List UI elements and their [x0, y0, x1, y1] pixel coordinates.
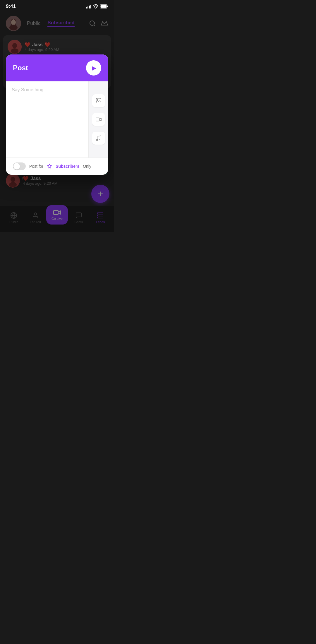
text-area-container[interactable]: Say Something...: [6, 81, 88, 157]
media-sidebar: [88, 81, 108, 157]
post-modal: Post ▶ Say Something...: [6, 54, 108, 175]
modal-footer: Post for Subscribers Only: [6, 157, 108, 175]
svg-point-12: [97, 99, 98, 100]
modal-header: Post ▶: [6, 54, 108, 81]
image-icon: [95, 97, 102, 104]
music-upload-button[interactable]: [92, 132, 105, 145]
battery-icon: [100, 4, 108, 8]
send-button[interactable]: ▶: [86, 60, 101, 76]
status-icons: [86, 4, 108, 8]
subscribers-toggle[interactable]: [13, 162, 26, 170]
post-for-label: Post for: [29, 164, 43, 169]
star-icon: [47, 164, 52, 169]
status-bar: 9:41: [0, 0, 114, 12]
send-icon: ▶: [92, 64, 96, 71]
wifi-icon: [93, 4, 98, 8]
svg-rect-2: [101, 5, 107, 8]
modal-body: Say Something...: [6, 81, 108, 157]
modal-title: Post: [13, 64, 28, 72]
video-upload-button[interactable]: [92, 113, 105, 126]
subscribers-label: Subscribers: [56, 164, 79, 169]
only-label: Only: [83, 164, 91, 169]
svg-rect-13: [96, 118, 99, 121]
svg-rect-11: [96, 98, 101, 103]
svg-point-0: [95, 8, 96, 8]
status-time: 9:41: [6, 4, 16, 9]
text-placeholder: Say Something...: [12, 87, 47, 92]
music-icon: [95, 135, 102, 141]
image-upload-button[interactable]: [92, 94, 105, 107]
signal-icon: [86, 4, 91, 8]
toggle-knob: [13, 163, 20, 169]
video-icon: [95, 116, 102, 123]
